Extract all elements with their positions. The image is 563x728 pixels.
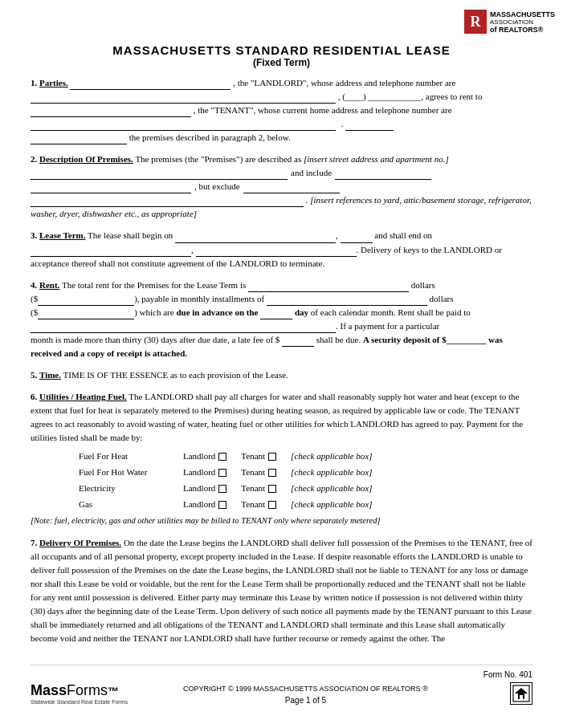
s2-include-field2 — [31, 183, 191, 193]
svg-rect-3 — [520, 695, 523, 699]
util-tenant-electricity: Tenant — [241, 482, 276, 495]
mass-bold: Mass — [31, 682, 67, 698]
s3-end-date — [31, 246, 191, 257]
s1-tenant-address-field — [31, 120, 336, 131]
checkbox-landlord-hotwater[interactable] — [218, 469, 226, 477]
s1-number: 1. — [31, 78, 37, 87]
document-title: MASSACHUSETTS STANDARD RESIDENTIAL LEASE… — [31, 43, 532, 68]
s4-late-fee — [282, 336, 314, 347]
logo-massachusetts: MASSACHUSETTS — [490, 10, 555, 18]
util-landlord-gas: Landlord — [183, 498, 226, 511]
s4-day-label: day — [295, 307, 308, 317]
checkbox-tenant-heat[interactable] — [268, 453, 276, 461]
s1-landlord-address-field — [31, 93, 336, 104]
util-note-electricity: [check applicable box] — [291, 482, 372, 495]
section-1-parties: 1. Parties. , the "LANDLORD", whose addr… — [31, 76, 532, 144]
s3-title: Lease Term. — [39, 230, 85, 240]
main-title: MASSACHUSETTS STANDARD RESIDENTIAL LEASE — [31, 43, 532, 57]
s2-title: Description Of Premises. — [39, 154, 133, 164]
svg-marker-1 — [515, 688, 528, 693]
document-page: R MASSACHUSETTS ASSOCIATION of REALTORS®… — [0, 0, 563, 728]
util-label-electricity: Electricity — [79, 482, 183, 495]
s2-include-field — [335, 169, 431, 180]
util-row-gas: Gas Landlord Tenant [check applicable bo… — [79, 498, 532, 511]
s6-title: Utilities / Heating Fuel. — [39, 392, 127, 401]
s7-text: On the date the Lease begins the LANDLOR… — [31, 538, 532, 643]
checkbox-tenant-gas[interactable] — [268, 501, 276, 509]
util-landlord-electricity: Landlord — [183, 482, 226, 495]
s1-premises-field — [31, 134, 127, 144]
s4-monthly-dollars — [38, 309, 134, 319]
subtitle: (Fixed Term) — [31, 57, 532, 68]
equal-housing-svg — [512, 685, 530, 702]
s2-and-include: and include — [291, 166, 332, 180]
checkbox-landlord-gas[interactable] — [218, 501, 226, 509]
s5-number: 5. — [31, 370, 37, 380]
s3-end-info — [196, 246, 357, 257]
checkbox-landlord-electricity[interactable] — [218, 485, 226, 493]
util-note-hotwater: [check applicable box] — [291, 466, 372, 479]
s1-title: Parties. — [39, 78, 68, 87]
massforms-logo: MassForms™ Statewide Standard Real Estat… — [31, 682, 128, 705]
logo-association: ASSOCIATION — [490, 18, 533, 26]
util-row-hotwater: Fuel For Hot Water Landlord Tenant [chec… — [79, 466, 532, 479]
massforms-title: MassForms™ — [31, 682, 128, 699]
section-4-rent: 4. Rent. The total rent for the Premises… — [31, 279, 532, 360]
s7-number: 7. — [31, 538, 37, 547]
s4-total-rent — [248, 282, 409, 292]
util-note-heat: [check applicable box] — [291, 449, 372, 463]
section-5-time: 5. Time. TIME IS OF THE ESSENCE as to ea… — [31, 368, 532, 382]
s6-number: 6. — [31, 392, 37, 401]
s3-start-year — [341, 233, 373, 243]
util-tenant-heat: Tenant — [241, 449, 276, 463]
s4-rent-dollars1 — [38, 295, 134, 306]
util-tenant-gas: Tenant — [241, 498, 276, 511]
logo-realtors: of REALTORS® — [490, 26, 543, 34]
util-tenant-hotwater: Tenant — [241, 466, 276, 479]
checkbox-tenant-hotwater[interactable] — [268, 469, 276, 477]
checkbox-tenant-electricity[interactable] — [268, 485, 276, 493]
util-label-gas: Gas — [79, 498, 183, 511]
util-row-heat: Fuel For Heat Landlord Tenant [check app… — [79, 449, 532, 463]
util-label-hotwater: Fuel For Hot Water — [79, 466, 183, 479]
s5-text: TIME IS OF THE ESSENCE as to each provis… — [63, 370, 288, 380]
s1-text1: , the "LANDLORD", whose address and tele… — [233, 78, 455, 87]
s2-text1: The premises (the "Premises") are descri… — [135, 154, 301, 164]
s3-start-date — [175, 233, 336, 243]
utilities-table: Fuel For Heat Landlord Tenant [check app… — [79, 449, 532, 511]
section-6-utilities: 6. Utilities / Heating Fuel. The LANDLOR… — [31, 390, 532, 528]
massforms-subtitle: Statewide Standard Real Estate Forms — [31, 699, 128, 705]
header-logo: R MASSACHUSETTS ASSOCIATION of REALTORS® — [464, 10, 555, 34]
logo-text-block: MASSACHUSETTS ASSOCIATION of REALTORS® — [490, 10, 555, 34]
s2-number: 2. — [31, 154, 37, 164]
s4-due-bold: due in advance on the — [176, 307, 258, 317]
s2-but-exclude: , but exclude — [194, 180, 240, 193]
s4-pay-to — [31, 323, 336, 333]
section-7-delivery: 7. Delivery Of Premises. On the date the… — [31, 536, 532, 645]
s1-text2: , (____) ____________, agrees to rent to — [338, 92, 483, 101]
util-landlord-hotwater: Landlord — [183, 466, 226, 479]
equal-housing-icon — [510, 682, 532, 705]
checkbox-landlord-heat[interactable] — [218, 453, 226, 461]
s4-monthly-amt — [267, 295, 427, 306]
s2-exclude-field — [243, 183, 340, 193]
s3-number: 3. — [31, 230, 37, 240]
page-number: Page 1 of 5 — [183, 696, 428, 705]
util-row-electricity: Electricity Landlord Tenant [check appli… — [79, 482, 532, 495]
copyright-text: COPYRIGHT © 1999 MASSACHUSETTS ASSOCIATI… — [183, 685, 428, 693]
s1-tenant-phone-note: . — [341, 119, 344, 128]
s5-title: Time. — [39, 370, 61, 380]
s2-address-field — [31, 169, 288, 180]
s1-text3: , the "TENANT", whose current home addre… — [194, 105, 452, 115]
s7-title: Delivery Of Premises. — [39, 538, 121, 547]
page-footer: MassForms™ Statewide Standard Real Estat… — [31, 665, 532, 705]
util-landlord-heat: Landlord — [183, 449, 226, 463]
form-number: Form No. 401 — [483, 670, 532, 679]
s1-landlord-name-field — [70, 79, 231, 90]
util-label-heat: Fuel For Heat — [79, 449, 183, 463]
s4-security-bold: A security deposit of $_________ was rec… — [31, 335, 503, 358]
s1-tenant-name-field — [31, 107, 191, 117]
s4-number: 4. — [31, 280, 37, 290]
util-note-gas: [check applicable box] — [291, 498, 372, 511]
s2-italic1: [insert street address and apartment no.… — [304, 154, 449, 164]
